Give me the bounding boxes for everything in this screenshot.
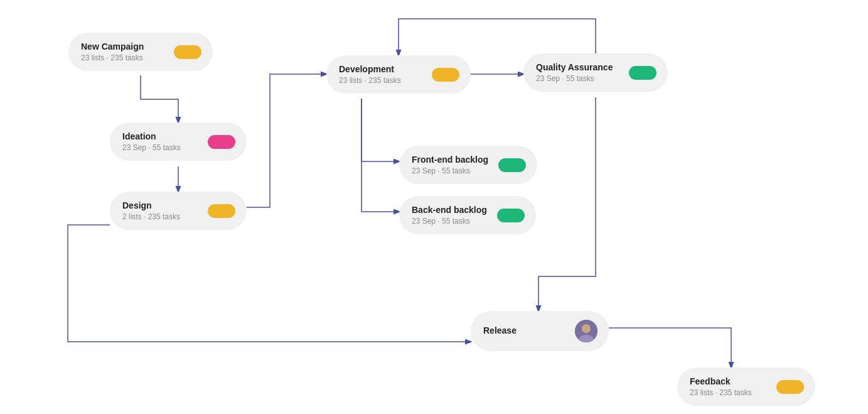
node-design[interactable]: Design 2 lists · 235 tasks xyxy=(110,192,247,230)
badge-design xyxy=(208,204,235,218)
badge-frontend xyxy=(498,158,526,172)
badge-qa xyxy=(629,66,656,80)
node-feedback-meta: 23 lists · 235 tasks xyxy=(690,388,752,397)
node-release-title: Release xyxy=(483,325,517,335)
badge-feedback xyxy=(776,380,804,394)
node-frontend-meta: 23 Sep · 55 tasks xyxy=(412,166,488,175)
node-development-title: Development xyxy=(339,64,401,74)
node-release[interactable]: Release xyxy=(471,311,609,351)
svg-point-1 xyxy=(582,324,591,333)
badge-new-campaign xyxy=(174,45,201,59)
node-new-campaign-meta: 23 lists · 235 tasks xyxy=(81,53,144,62)
badge-backend xyxy=(497,209,525,222)
node-ideation-meta: 23 Sep · 55 tasks xyxy=(122,143,181,152)
node-design-title: Design xyxy=(122,200,180,210)
badge-ideation xyxy=(208,135,235,149)
node-ideation[interactable]: Ideation 23 Sep · 55 tasks xyxy=(110,123,247,161)
node-new-campaign-title: New Campaign xyxy=(81,41,144,52)
node-backend-meta: 23 Sep · 55 tasks xyxy=(412,217,487,226)
node-development-meta: 23 lists · 235 tasks xyxy=(339,76,401,85)
node-qa-meta: 23 Sep · 55 tasks xyxy=(536,74,613,83)
node-ideation-title: Ideation xyxy=(122,131,181,141)
node-feedback-title: Feedback xyxy=(690,376,752,386)
node-feedback[interactable]: Feedback 23 lists · 235 tasks xyxy=(677,368,815,406)
node-quality-assurance[interactable]: Quality Assurance 23 Sep · 55 tasks xyxy=(523,53,668,92)
badge-development xyxy=(432,68,459,82)
node-backend-title: Back-end backlog xyxy=(412,205,487,215)
canvas: New Campaign 23 lists · 235 tasks Ideati… xyxy=(0,0,868,414)
avatar-release xyxy=(575,320,597,342)
node-qa-title: Quality Assurance xyxy=(536,62,613,72)
node-design-meta: 2 lists · 235 tasks xyxy=(122,212,180,221)
node-development[interactable]: Development 23 lists · 235 tasks xyxy=(326,55,471,94)
node-frontend-backlog[interactable]: Front-end backlog 23 Sep · 55 tasks xyxy=(399,146,537,184)
node-new-campaign[interactable]: New Campaign 23 lists · 235 tasks xyxy=(68,33,213,71)
node-backend-backlog[interactable]: Back-end backlog 23 Sep · 55 tasks xyxy=(399,196,536,234)
node-frontend-title: Front-end backlog xyxy=(412,155,488,165)
